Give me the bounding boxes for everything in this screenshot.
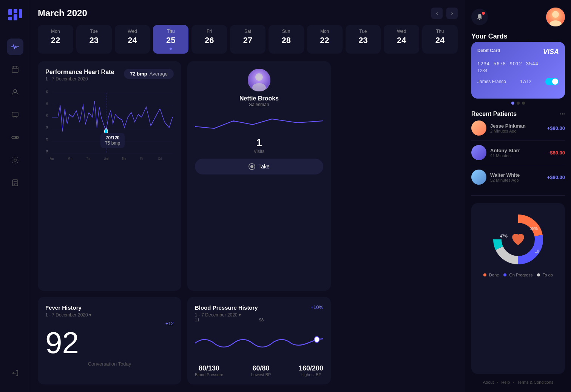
legend-progress-label: On Progress (509, 273, 532, 277)
divider (471, 195, 565, 196)
svg-text:65: 65 (46, 150, 48, 154)
card-dot-1[interactable] (511, 102, 514, 105)
bp-chart-area (195, 328, 323, 358)
svg-text:70: 70 (46, 138, 48, 142)
legend-todo: To do (537, 273, 553, 277)
calendar-day-25[interactable]: Thu 25 (153, 25, 188, 54)
svg-point-45 (314, 336, 319, 343)
legend-dot-todo (537, 273, 540, 276)
svg-point-12 (15, 136, 17, 139)
card-indicator-dots (471, 102, 565, 105)
card-expiry: 17/12 (520, 79, 531, 84)
patient-mini-chart (195, 113, 323, 132)
sidebar-item-messages[interactable] (7, 106, 23, 123)
donut-legend: Done On Progress To do (477, 273, 559, 277)
card-num3: 9012 (510, 61, 522, 66)
svg-rect-1 (14, 9, 17, 13)
bottom-cards: Fever History 1 - 7 December 2020 ▾ +12 … (38, 297, 331, 384)
main-content: March 2020 ‹ › Mon 22 Tue 23 Wed 24 Thu … (30, 0, 465, 392)
patient-list-item[interactable]: Jesse Pinkman 2 Minutes Ago +$80.00 (471, 117, 565, 139)
card-num2: 5678 (494, 61, 506, 66)
sidebar-item-calendar[interactable] (7, 61, 23, 78)
calendar-day-28[interactable]: Sun 28 (269, 25, 304, 54)
legend-todo-label: To do (543, 273, 553, 277)
take-btn-label: Take (258, 164, 270, 170)
bp-stat-2: 60/80 Lowest BP (251, 364, 271, 377)
calendar-day-24[interactable]: Thu 24 (422, 25, 458, 54)
prev-arrow[interactable]: ‹ (431, 8, 443, 19)
patient-divider (471, 165, 565, 165)
svg-rect-0 (8, 9, 12, 15)
chart-title: Performance Heart Rate (45, 69, 114, 76)
heart-rate-chart-card: Performance Heart Rate 1 - 7 December 20… (38, 61, 181, 291)
footer-terms[interactable]: Terms & Conditions (517, 380, 553, 384)
fever-value-area: +12 (45, 321, 174, 326)
footer-help[interactable]: Help (501, 380, 510, 384)
calendar-day-24[interactable]: Wed 24 (115, 25, 150, 54)
recent-patients-section: Recent Patients ··· Jesse Pinkman 2 Minu… (471, 111, 565, 188)
calendar-day-24[interactable]: Wed 24 (384, 25, 419, 54)
take-button[interactable]: Take (195, 159, 323, 174)
card-holder-name: James Franco (477, 79, 506, 84)
donut-chart-section: 47% 28% 18 Done On Progress To do (471, 203, 565, 374)
recent-patients-title: Recent Patients ··· (471, 111, 565, 117)
svg-text:Mon: Mon (68, 157, 73, 161)
left-panel: Performance Heart Rate 1 - 7 December 20… (38, 61, 331, 384)
calendar-day-27[interactable]: Sat 27 (230, 25, 265, 54)
fever-card: Fever History 1 - 7 December 2020 ▾ +12 … (38, 297, 181, 384)
legend-dot-progress (503, 273, 506, 276)
patient-item-name: Walter White (490, 172, 543, 178)
fever-change: +12 (165, 321, 174, 326)
legend-dot-done (483, 273, 486, 276)
debit-card: Debit Card VISA 1234 5678 9012 3544 1234… (471, 42, 565, 99)
patient-list-item[interactable]: Antony Starr 41 Minutes -$80.00 (471, 142, 565, 163)
app-logo (7, 8, 23, 24)
footer-about[interactable]: About (483, 380, 494, 384)
fever-date[interactable]: 1 - 7 December 2020 ▾ (45, 312, 174, 318)
card-dot-2[interactable] (517, 102, 520, 105)
notification-button[interactable] (471, 9, 488, 25)
bp-date[interactable]: 1 - 7 December 2020 ▾ (195, 312, 258, 318)
calendar-day-26[interactable]: Fri 26 (191, 25, 227, 54)
calendar-day-22[interactable]: Mon 22 (38, 25, 73, 54)
bp-stats: 80/130 Blood Pressure 60/80 Lowest BP 16… (195, 364, 323, 377)
sidebar-item-notes[interactable] (7, 174, 23, 191)
cards-title: Your Cards (471, 32, 565, 40)
card-dot-3[interactable] (522, 102, 525, 105)
svg-rect-3 (14, 14, 17, 20)
sidebar-item-heartrate[interactable] (7, 39, 23, 55)
recent-menu-dots[interactable]: ··· (560, 111, 565, 117)
bp-label-3: Highest BP (299, 372, 323, 377)
donut-chart-area: 47% 28% 18 (477, 209, 559, 270)
svg-text:Sat: Sat (158, 157, 162, 161)
visa-logo: VISA (543, 48, 559, 56)
visits-number: 1 (195, 137, 323, 149)
fever-label: Conversation Today (45, 361, 174, 367)
calendar-strip: Mon 22 Tue 23 Wed 24 Thu 25 Fri 26 Sat 2… (38, 25, 458, 54)
sidebar-item-settings[interactable] (7, 152, 23, 168)
far-right-top (471, 8, 565, 26)
card-num1: 1234 (477, 61, 490, 66)
card-footer: James Franco 17/12 (477, 78, 559, 85)
sidebar-item-profile[interactable] (7, 84, 23, 100)
next-arrow[interactable]: › (446, 8, 458, 19)
bp-wave-labels: 11 98 (195, 318, 323, 322)
svg-text:80: 80 (46, 114, 48, 118)
bp-label-2: Lowest BP (251, 372, 271, 377)
chart-date-range[interactable]: 1 - 7 December 2020 (45, 76, 114, 82)
svg-text:75: 75 (46, 126, 48, 130)
calendar-day-23[interactable]: Tue 23 (346, 25, 381, 54)
day-indicator-dot (170, 48, 172, 50)
avg-label: Average (150, 71, 168, 77)
patient-divider (471, 140, 565, 140)
calendar-day-23[interactable]: Tue 23 (76, 25, 112, 54)
sidebar-item-toggle[interactable] (7, 129, 23, 146)
logout-button[interactable] (7, 365, 23, 381)
patient-list-item[interactable]: Walter White 52 Minutes Ago +$80.00 (471, 167, 565, 188)
card-toggle[interactable] (545, 78, 559, 85)
footer-links: About • Help • Terms & Conditions (471, 380, 565, 384)
bp-card: Blood Pressure History 1 - 7 December 20… (187, 297, 331, 384)
user-avatar[interactable] (546, 8, 565, 26)
calendar-day-22[interactable]: Mon 22 (307, 25, 343, 54)
avg-bpm-value: 72 bmp (130, 71, 147, 77)
